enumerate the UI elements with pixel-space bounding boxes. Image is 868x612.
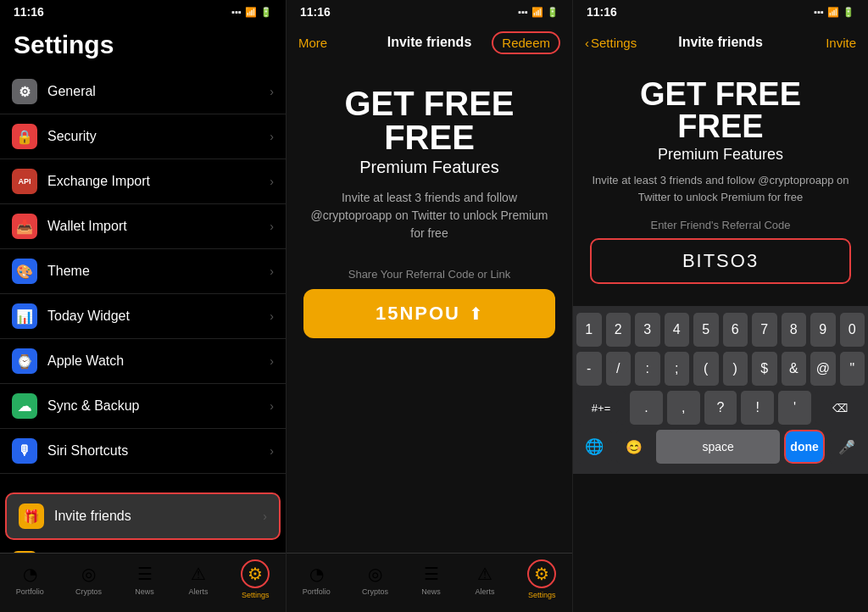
- tab-label-alerts: Alerts: [475, 587, 494, 596]
- globe-key[interactable]: 🌐: [576, 430, 612, 464]
- key-quote[interactable]: ": [840, 352, 865, 386]
- time-3: 11:16: [587, 5, 617, 19]
- key-apostrophe[interactable]: ': [778, 391, 811, 425]
- space-key[interactable]: space: [656, 430, 780, 464]
- back-button-more[interactable]: More: [298, 36, 327, 50]
- time-2: 11:16: [300, 5, 331, 19]
- chevron-icon-invite-friends: ›: [263, 509, 267, 523]
- backspace-key[interactable]: ⌫: [815, 391, 865, 425]
- bottom-tab-bar-1: ◔ Portfolio ◎ Cryptos ☰ News ⚠ Alerts ⚙ …: [0, 553, 286, 612]
- redeem-headline-free: FREE: [677, 110, 763, 142]
- tab-icon-cryptos: ◎: [364, 563, 387, 585]
- tab-news[interactable]: ☰ News: [420, 563, 442, 596]
- settings-item-general[interactable]: ⚙ General ›: [0, 70, 286, 114]
- settings-label-wallet-import: Wallet Import: [47, 219, 270, 234]
- settings-item-review[interactable]: ★ Review on App Store ›: [0, 542, 286, 553]
- settings-item-security[interactable]: 🔒 Security ›: [0, 114, 286, 159]
- status-bar-3: 11:16 ▪▪▪ 📶 🔋: [573, 0, 868, 24]
- settings-item-today-widget[interactable]: 📊 Today Widget ›: [0, 294, 286, 339]
- referral-code-input[interactable]: [602, 250, 839, 272]
- battery-icon: 🔋: [260, 7, 272, 18]
- settings-panel: 11:16 ▪▪▪ 📶 🔋 Settings ⚙ General › 🔒 Sec…: [0, 0, 287, 612]
- invite-subtitle: Premium Features: [359, 158, 499, 177]
- tab-alerts[interactable]: ⚠ Alerts: [187, 563, 209, 596]
- status-icons-2: ▪▪▪ 📶 🔋: [518, 7, 559, 18]
- key-8[interactable]: 8: [782, 313, 807, 347]
- key-1[interactable]: 1: [576, 313, 602, 347]
- key-dot[interactable]: .: [630, 391, 663, 425]
- invite-headline-free: FREE: [384, 120, 475, 154]
- settings-item-exchange-import[interactable]: API Exchange Import ›: [0, 159, 286, 204]
- redeem-headline-get: GET FREE: [640, 78, 801, 110]
- done-key[interactable]: done: [784, 430, 825, 464]
- settings-item-theme[interactable]: 🎨 Theme ›: [0, 249, 286, 294]
- tab-cryptos[interactable]: ◎ Cryptos: [362, 563, 388, 596]
- key-9[interactable]: 9: [810, 313, 836, 347]
- keyboard: 1 2 3 4 5 6 7 8 9 0 - / : ; ( ) $ & @ " …: [573, 306, 868, 474]
- key-exclaim[interactable]: !: [741, 391, 774, 425]
- key-6[interactable]: 6: [723, 313, 748, 347]
- key-lparen[interactable]: (: [693, 352, 719, 386]
- tab-settings[interactable]: ⚙ Settings: [241, 559, 270, 599]
- key-0[interactable]: 0: [840, 313, 865, 347]
- key-5[interactable]: 5: [693, 313, 719, 347]
- tab-icon-news: ☰: [420, 563, 442, 585]
- settings-icon-general: ⚙: [12, 79, 37, 104]
- signal-icon: ▪▪▪: [518, 7, 528, 17]
- keyboard-row-bottom: 🌐 😊 space done 🎤: [576, 430, 865, 464]
- settings-item-wallet-import[interactable]: 📥 Wallet Import ›: [0, 204, 286, 249]
- key-3[interactable]: 3: [635, 313, 660, 347]
- chevron-icon-today-widget: ›: [270, 309, 274, 323]
- redeem-button[interactable]: Redeem: [492, 31, 560, 54]
- key-comma[interactable]: ,: [667, 391, 700, 425]
- tab-icon-alerts: ⚠: [187, 563, 209, 585]
- tab-cryptos[interactable]: ◎ Cryptos: [75, 563, 102, 596]
- referral-code-text: 15NPOU: [376, 303, 460, 325]
- mic-key[interactable]: 🎤: [829, 430, 865, 464]
- key-dollar[interactable]: $: [752, 352, 777, 386]
- key-hashplus[interactable]: #+=: [576, 391, 626, 425]
- referral-code-button[interactable]: 15NPOU ⬆: [303, 289, 555, 338]
- key-ampersand[interactable]: &: [782, 352, 807, 386]
- key-colon[interactable]: :: [635, 352, 660, 386]
- tab-settings[interactable]: ⚙ Settings: [527, 559, 556, 599]
- emoji-key[interactable]: 😊: [616, 430, 652, 464]
- key-slash[interactable]: /: [606, 352, 632, 386]
- invite-content: GET FREE FREE Premium Features Invite at…: [287, 61, 572, 553]
- referral-input-wrapper[interactable]: [590, 238, 851, 284]
- settings-label-general: General: [47, 84, 270, 99]
- key-2[interactable]: 2: [606, 313, 632, 347]
- page-title: Settings: [0, 24, 286, 70]
- tab-icon-portfolio: ◔: [305, 563, 327, 585]
- invite-nav-title: Invite friends: [387, 35, 472, 50]
- tab-news[interactable]: ☰ News: [134, 563, 156, 596]
- settings-item-sync-backup[interactable]: ☁ Sync & Backup ›: [0, 384, 286, 429]
- invite-headline-get: GET FREE: [344, 86, 514, 120]
- wifi-icon: 📶: [531, 7, 543, 18]
- tab-portfolio[interactable]: ◔ Portfolio: [16, 563, 44, 596]
- tab-portfolio[interactable]: ◔ Portfolio: [303, 563, 331, 596]
- key-question[interactable]: ?: [704, 391, 737, 425]
- redeem-panel: 11:16 ▪▪▪ 📶 🔋 ‹ Settings Invite friends …: [573, 0, 868, 612]
- key-7[interactable]: 7: [752, 313, 777, 347]
- invite-description: Invite at least 3 friends and follow @cr…: [303, 189, 555, 242]
- invite-button[interactable]: Invite: [826, 36, 856, 50]
- key-4[interactable]: 4: [665, 313, 690, 347]
- settings-item-invite-friends[interactable]: 🎁 Invite friends ›: [5, 492, 281, 540]
- tab-label-news: News: [135, 587, 154, 596]
- key-dash[interactable]: -: [576, 352, 602, 386]
- key-semicolon[interactable]: ;: [665, 352, 690, 386]
- settings-item-siri-shortcuts[interactable]: 🎙 Siri Shortcuts ›: [0, 429, 286, 474]
- chevron-icon-sync-backup: ›: [270, 399, 274, 413]
- settings-label-theme: Theme: [47, 264, 270, 279]
- back-button-settings[interactable]: ‹ Settings: [585, 36, 637, 50]
- settings-item-apple-watch[interactable]: ⌚ Apple Watch ›: [0, 339, 286, 384]
- settings-label-sync-backup: Sync & Backup: [47, 398, 270, 414]
- tab-alerts[interactable]: ⚠ Alerts: [474, 563, 496, 596]
- share-label: Share Your Referral Code or Link: [348, 268, 511, 281]
- key-at[interactable]: @: [810, 352, 836, 386]
- status-bar-1: 11:16 ▪▪▪ 📶 🔋: [0, 0, 286, 24]
- redeem-content: GET FREE FREE Premium Features Invite at…: [573, 61, 868, 306]
- key-rparen[interactable]: ): [723, 352, 748, 386]
- redeem-nav-title: Invite friends: [678, 35, 763, 50]
